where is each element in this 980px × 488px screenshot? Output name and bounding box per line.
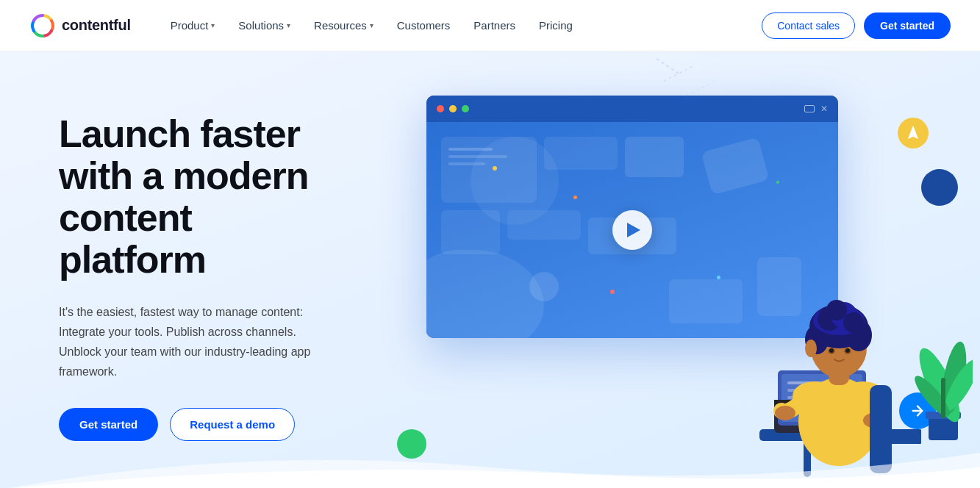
browser-controls: ✕ xyxy=(804,104,828,113)
nav-product-label: Product xyxy=(171,19,209,32)
svg-line-50 xyxy=(686,81,715,96)
logo-icon xyxy=(29,12,56,39)
hero-wave xyxy=(0,431,980,488)
plant-svg xyxy=(914,312,973,444)
logo-link[interactable]: contentful xyxy=(29,12,131,39)
floating-blue-circle xyxy=(921,169,958,206)
svg-point-36 xyxy=(829,348,834,353)
line-accents xyxy=(649,51,723,110)
nav-resources-label: Resources xyxy=(314,19,367,32)
nav-customers[interactable]: Customers xyxy=(387,13,461,37)
nav-pricing-label: Pricing xyxy=(539,19,573,32)
svg-rect-8 xyxy=(448,155,507,158)
nav-resources[interactable]: Resources ▾ xyxy=(304,13,384,37)
svg-rect-2 xyxy=(544,137,618,170)
svg-point-32 xyxy=(843,312,864,333)
browser-bar: ✕ xyxy=(426,96,838,122)
svg-point-38 xyxy=(805,340,817,357)
nav-pricing[interactable]: Pricing xyxy=(529,13,583,37)
browser-close-icon: ✕ xyxy=(820,104,828,113)
get-started-button[interactable]: Get started xyxy=(864,12,951,39)
svg-line-48 xyxy=(657,59,679,73)
browser-dot-red xyxy=(437,105,444,112)
contact-sales-button[interactable]: Contact sales xyxy=(762,12,855,39)
nav-links: Product ▾ Solutions ▾ Resources ▾ Custom… xyxy=(160,13,762,37)
hero-illustration: ✕ xyxy=(382,51,980,488)
svg-rect-1 xyxy=(441,137,537,203)
browser-dot-green xyxy=(462,105,469,112)
svg-rect-9 xyxy=(448,162,485,165)
floating-nav-icon xyxy=(898,118,929,148)
hero-subtitle: It's the easiest, fastest way to manage … xyxy=(59,302,338,382)
play-triangle-icon xyxy=(627,223,640,237)
browser-dot-yellow xyxy=(449,105,457,112)
svg-rect-47 xyxy=(941,378,945,418)
svg-point-33 xyxy=(826,300,847,320)
nav-partners[interactable]: Partners xyxy=(463,13,526,37)
chevron-down-icon: ▾ xyxy=(370,21,373,29)
navbar: contentful Product ▾ Solutions ▾ Resourc… xyxy=(0,0,980,51)
hero-content: Launch faster with a modern content plat… xyxy=(0,51,382,488)
nav-solutions[interactable]: Solutions ▾ xyxy=(228,13,301,37)
svg-rect-5 xyxy=(507,210,581,240)
chevron-down-icon: ▾ xyxy=(211,21,215,29)
video-play-button[interactable] xyxy=(612,210,652,250)
plant-container xyxy=(914,312,973,444)
svg-rect-4 xyxy=(441,210,500,254)
browser-resize-icon xyxy=(804,105,815,112)
nav-customers-label: Customers xyxy=(397,19,451,32)
navigation-icon xyxy=(905,125,921,141)
nav-actions: Contact sales Get started xyxy=(762,12,951,39)
svg-point-22 xyxy=(775,406,795,420)
svg-point-37 xyxy=(845,348,850,353)
hero-section: Launch faster with a modern content plat… xyxy=(0,51,980,488)
nav-product[interactable]: Product ▾ xyxy=(160,13,226,37)
svg-rect-7 xyxy=(448,148,493,151)
chevron-down-icon: ▾ xyxy=(287,21,290,29)
hero-title: Launch faster with a modern content plat… xyxy=(59,113,338,281)
nav-partners-label: Partners xyxy=(473,19,515,32)
svg-rect-3 xyxy=(625,137,684,177)
nav-solutions-label: Solutions xyxy=(238,19,284,32)
brand-name: contentful xyxy=(62,17,131,34)
